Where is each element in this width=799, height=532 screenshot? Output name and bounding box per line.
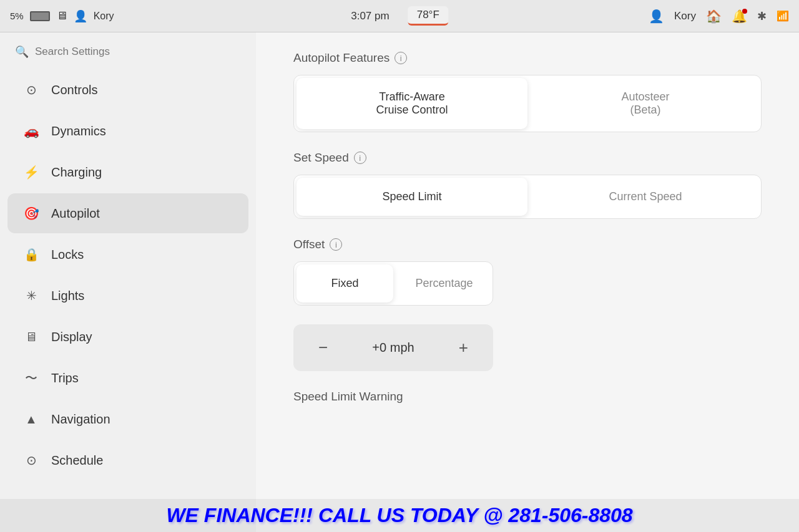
bluetooth-icon: ✱ (757, 9, 767, 23)
set-speed-group: Speed Limit Current Speed (293, 175, 762, 219)
banner-text: WE FINANCE!!! CALL US TODAY @ 281-506-88… (166, 504, 632, 526)
trips-icon: 〜 (22, 369, 40, 387)
content-area: Autopilot Features i Traffic-Aware Cruis… (256, 32, 799, 532)
schedule-icon: ⊙ (22, 452, 40, 469)
sidebar-item-dynamics[interactable]: 🚗 Dynamics (7, 111, 248, 151)
battery-icon (30, 11, 50, 21)
autopilot-label: Autopilot (51, 206, 100, 221)
trips-label: Trips (51, 371, 79, 385)
speed-value: +0 mph (372, 341, 414, 355)
set-speed-info-icon[interactable]: i (354, 152, 366, 164)
time-display: 3:07 pm (351, 10, 389, 22)
charging-icon: ⚡ (22, 163, 40, 181)
sidebar-item-autopilot[interactable]: 🎯 Autopilot (7, 193, 248, 233)
locks-icon: 🔒 (22, 246, 40, 263)
percentage-button[interactable]: Percentage (396, 262, 493, 305)
current-speed-button[interactable]: Current Speed (530, 175, 761, 218)
speed-decrease-button[interactable]: − (312, 336, 334, 360)
bottom-banner: WE FINANCE!!! CALL US TODAY @ 281-506-88… (0, 499, 799, 532)
navigation-icon: ▲ (22, 410, 40, 428)
speed-increase-button[interactable]: + (453, 336, 474, 360)
controls-label: Controls (51, 83, 97, 97)
speed-limit-warning-title: Speed Limit Warning (293, 390, 762, 404)
autosteer-button[interactable]: Autosteer (Beta) (530, 75, 761, 132)
autopilot-features-group: Traffic-Aware Cruise Control Autosteer (… (293, 75, 762, 132)
sidebar: 🔍 ⊙ Controls 🚗 Dynamics ⚡ Charging 🎯 Aut… (0, 32, 256, 532)
dynamics-icon: 🚗 (22, 122, 40, 140)
sidebar-item-navigation[interactable]: ▲ Navigation (7, 399, 248, 439)
screen-icon: 🖥 (56, 9, 67, 22)
speed-control: − +0 mph + (293, 324, 493, 371)
home-icon: 🏠 (706, 9, 722, 24)
offset-group: Fixed Percentage (293, 261, 493, 306)
user-icon-small: 👤 (74, 9, 87, 23)
traffic-aware-button[interactable]: Traffic-Aware Cruise Control (297, 78, 527, 129)
status-bar-center: 3:07 pm 78°F (351, 6, 448, 26)
main-wrapper: 🔍 ⊙ Controls 🚗 Dynamics ⚡ Charging 🎯 Aut… (0, 32, 799, 532)
navigation-label: Navigation (51, 412, 110, 427)
temp-display: 78°F (408, 6, 448, 26)
sidebar-item-controls[interactable]: ⊙ Controls (7, 70, 248, 110)
dynamics-label: Dynamics (51, 124, 106, 138)
signal-icon: 📶 (777, 10, 789, 22)
user-icon-top: 👤 (649, 9, 664, 24)
display-icon: 🖥 (22, 328, 40, 346)
offset-info-icon[interactable]: i (330, 238, 342, 251)
status-bar-right: 👤 Kory 🏠 🔔 ✱ 📶 (649, 9, 789, 24)
charging-label: Charging (51, 165, 102, 180)
header-user: Kory (674, 10, 696, 22)
locks-label: Locks (51, 248, 84, 262)
lights-label: Lights (51, 289, 84, 303)
status-bar: 5% 🖥 👤 Kory 3:07 pm 78°F 👤 Kory 🏠 🔔 ✱ 📶 (0, 0, 799, 32)
sidebar-item-lights[interactable]: ✳ Lights (7, 276, 248, 316)
sidebar-item-schedule[interactable]: ⊙ Schedule (7, 440, 248, 480)
autopilot-features-title: Autopilot Features i (293, 51, 762, 65)
speed-limit-button[interactable]: Speed Limit (297, 178, 527, 216)
offset-title: Offset i (293, 238, 762, 251)
fixed-button[interactable]: Fixed (297, 264, 393, 302)
display-label: Display (51, 330, 92, 344)
sidebar-item-charging[interactable]: ⚡ Charging (7, 152, 248, 192)
controls-icon: ⊙ (22, 81, 40, 99)
search-input[interactable] (35, 46, 241, 58)
autopilot-features-info-icon[interactable]: i (395, 52, 407, 64)
sidebar-item-locks[interactable]: 🔒 Locks (7, 235, 248, 274)
sidebar-item-display[interactable]: 🖥 Display (7, 317, 248, 357)
search-bar[interactable]: 🔍 (0, 39, 256, 69)
status-bar-left: 5% 🖥 👤 Kory (10, 9, 114, 23)
battery-percent: 5% (10, 11, 24, 21)
search-icon: 🔍 (15, 45, 29, 59)
sidebar-item-trips[interactable]: 〜 Trips (7, 358, 248, 398)
set-speed-title: Set Speed i (293, 151, 762, 165)
lights-icon: ✳ (22, 287, 40, 304)
schedule-label: Schedule (51, 453, 103, 468)
autopilot-icon: 🎯 (22, 205, 40, 222)
bell-icon: 🔔 (732, 9, 747, 24)
status-user: Kory (94, 11, 114, 22)
